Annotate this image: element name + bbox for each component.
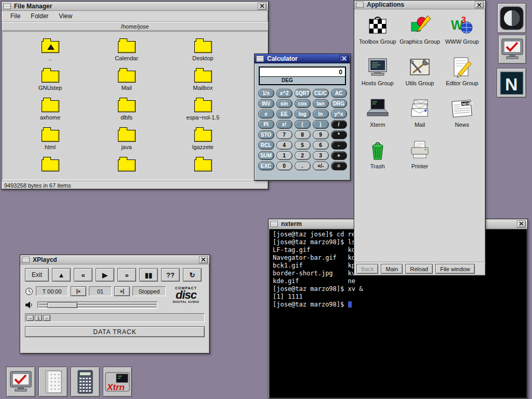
calc-button-yx[interactable]: y^x: [331, 110, 347, 118]
calc-button-4[interactable]: 4: [276, 141, 292, 150]
calc-button-1[interactable]: 1: [276, 151, 292, 160]
folder-item[interactable]: axhome: [12, 97, 88, 127]
repeat-button[interactable]: ↻: [183, 268, 202, 282]
close-button[interactable]: [475, 1, 484, 8]
main-button[interactable]: Main: [381, 264, 403, 274]
folder-item[interactable]: Mail: [88, 68, 165, 97]
app-icon-xterm[interactable]: Xterm: [356, 97, 398, 138]
app-icon-editor-group[interactable]: Editor Group: [441, 55, 483, 97]
calc-button-3[interactable]: 3: [313, 151, 329, 160]
close-button[interactable]: [517, 220, 526, 228]
close-button[interactable]: [199, 256, 208, 263]
calc-button-9[interactable]: 9: [313, 130, 329, 139]
calc-button-open-paren[interactable]: (: [295, 120, 311, 129]
app-icon-printer[interactable]: Printer: [398, 138, 441, 180]
calc-button-log[interactable]: log: [295, 110, 311, 118]
calc-button-sum[interactable]: SUM: [258, 151, 274, 160]
folder-item[interactable]: [165, 156, 241, 180]
menu-view[interactable]: View: [54, 11, 77, 21]
calc-button-2[interactable]: 2: [295, 151, 311, 160]
folder-item[interactable]: Calendar: [88, 38, 165, 68]
calc-button-tan[interactable]: tan: [313, 99, 329, 108]
dock-icon-book[interactable]: [38, 367, 68, 397]
folder-item[interactable]: Mailbox: [165, 68, 241, 97]
app-icon-hosts-group[interactable]: Hosts Group: [356, 55, 398, 97]
calc-button-sin[interactable]: sin: [276, 99, 292, 108]
folder-item[interactable]: html: [12, 127, 88, 156]
app-icon-toolbox-group[interactable]: Toolbox Group: [356, 14, 398, 55]
next-track-button[interactable]: »|: [114, 286, 130, 296]
exit-button[interactable]: Exit: [25, 268, 49, 282]
calc-button-equals[interactable]: =: [331, 162, 347, 170]
app-icon-trash[interactable]: Trash: [356, 138, 398, 180]
fast-forward-button[interactable]: »: [117, 268, 136, 282]
app-icon-www-group[interactable]: W 3 WWW Group: [441, 14, 483, 55]
menu-file[interactable]: File: [6, 11, 25, 21]
eject-button[interactable]: ▲: [52, 268, 71, 282]
calc-button-plusminus[interactable]: +/-: [313, 162, 329, 170]
calc-button-6[interactable]: 6: [313, 141, 329, 150]
calc-button-0[interactable]: 0: [276, 162, 292, 170]
desktop-icon-gnustep[interactable]: [497, 3, 526, 33]
desktop-icon-netscape[interactable]: N: [497, 68, 526, 98]
volume-slider-thumb[interactable]: [47, 302, 77, 308]
close-button[interactable]: [258, 3, 267, 10]
calc-button-ln[interactable]: ln: [313, 110, 329, 118]
calc-button-5[interactable]: 5: [295, 141, 311, 150]
calc-button-exc[interactable]: EXC: [258, 162, 274, 170]
dock-icon-xterm[interactable]: Xtrn: [103, 367, 132, 397]
app-icon-graphics-group[interactable]: Graphics Group: [398, 14, 441, 55]
folder-item[interactable]: [88, 156, 165, 180]
file-window-button[interactable]: File window: [435, 264, 474, 274]
calc-button-sqrt[interactable]: SQRT: [295, 89, 311, 98]
calc-button-plus[interactable]: +: [331, 151, 347, 160]
calc-button-multiply[interactable]: *: [331, 130, 347, 139]
calc-button-dot[interactable]: .: [295, 162, 311, 170]
calc-button-e[interactable]: e: [258, 110, 274, 118]
window-menu-icon[interactable]: [22, 257, 30, 263]
folder-item[interactable]: lgazzete: [165, 127, 241, 156]
folder-item[interactable]: GNUstep: [12, 68, 88, 97]
xplaycd-titlebar[interactable]: XPlaycd: [20, 255, 209, 264]
folder-item[interactable]: Desktop: [165, 38, 241, 68]
folder-item[interactable]: java: [88, 127, 165, 156]
folder-item-up[interactable]: ..: [12, 38, 88, 68]
play-button[interactable]: ▶: [96, 268, 114, 282]
folder-item[interactable]: dlbfs: [88, 97, 165, 127]
reload-button[interactable]: Reload: [405, 264, 433, 274]
calc-button-sto[interactable]: STO: [258, 130, 274, 139]
calc-button-close-paren[interactable]: ): [313, 120, 329, 129]
previous-track-button[interactable]: |«: [71, 286, 86, 296]
close-button[interactable]: [340, 55, 349, 62]
calc-button-divide[interactable]: /: [331, 120, 347, 129]
calc-button-factorial[interactable]: x!: [276, 120, 292, 129]
volume-slider[interactable]: [37, 301, 158, 309]
back-button[interactable]: Back: [356, 264, 378, 274]
calc-button-rcl[interactable]: RCL: [258, 141, 274, 150]
track-shift-left-button[interactable]: ←: [43, 315, 50, 321]
calc-button-x2[interactable]: x^2: [276, 89, 292, 98]
dock-icon-monitor-check[interactable]: [6, 367, 35, 397]
file-manager-titlebar[interactable]: File Manager: [2, 2, 268, 11]
calculator-titlebar[interactable]: Calculator: [255, 54, 350, 63]
calc-button-8[interactable]: 8: [295, 130, 311, 139]
data-track-button[interactable]: DATA TRACK: [25, 326, 205, 337]
calc-button-cec[interactable]: CE/C: [313, 89, 329, 98]
dock-icon-keypad[interactable]: [71, 367, 100, 397]
pause-button[interactable]: ▮▮: [139, 268, 158, 282]
calc-button-pi[interactable]: PI: [258, 120, 274, 129]
calc-button-inv[interactable]: INV: [258, 99, 274, 108]
folder-item[interactable]: espa~nol-1.5: [165, 97, 241, 127]
calc-button-cos[interactable]: cos: [295, 99, 311, 108]
window-menu-icon[interactable]: [256, 56, 264, 62]
menu-folder[interactable]: Folder: [26, 11, 53, 21]
shuffle-button[interactable]: ??: [161, 268, 180, 282]
calc-button-ac[interactable]: AC: [331, 89, 347, 98]
track-cell[interactable]: 1: [35, 315, 42, 321]
folder-item[interactable]: [12, 156, 88, 180]
window-menu-icon[interactable]: [3, 3, 11, 9]
app-icon-news[interactable]: NEWS News: [441, 97, 483, 138]
window-menu-icon[interactable]: [270, 221, 278, 227]
calc-button-ee[interactable]: EE: [276, 110, 292, 118]
calc-button-drg[interactable]: DRG: [331, 99, 347, 108]
